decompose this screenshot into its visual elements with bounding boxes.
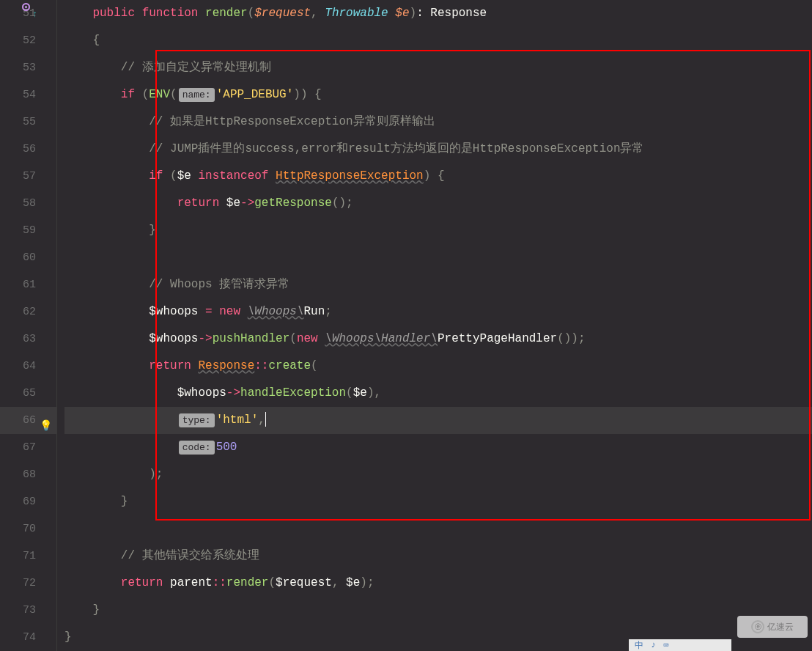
code-line[interactable]: // 其他错误交给系统处理 (64, 542, 812, 570)
text-cursor (265, 412, 266, 427)
nav-up-icon[interactable]: ↑ (32, 1, 37, 29)
line-number: 59 (0, 217, 56, 244)
watermark-text: 亿速云 (767, 621, 794, 633)
code-line[interactable]: if (ENV(name:'APP_DEBUG')) { (64, 81, 812, 108)
line-number: 66💡 (0, 407, 56, 434)
param-hint: code: (179, 441, 215, 455)
line-number: 52 (0, 27, 56, 54)
ime-icon: 中 (635, 639, 643, 652)
line-number: 65 (0, 380, 56, 407)
line-number: 73 (0, 597, 56, 624)
line-number: 72 (0, 570, 56, 597)
code-line[interactable]: return Response::create( (64, 353, 812, 380)
kw: function (142, 7, 199, 20)
ime-icon: ♪ (651, 640, 656, 650)
line-number: 67 (0, 434, 56, 461)
line-number: 68 (0, 461, 56, 488)
code-line[interactable]: $whoops = new \Whoops\Run; (64, 298, 812, 326)
ns: \Whoops\ (248, 305, 304, 318)
line-number: 53 (0, 54, 56, 81)
class-ref[interactable]: HttpResponseException (276, 169, 424, 183)
line-number: 55 (0, 108, 56, 136)
line-number: 57 (0, 163, 56, 190)
code-area[interactable]: public function render($request, Throwab… (57, 0, 812, 651)
code-line[interactable]: $whoops->pushHandler(new \Whoops\Handler… (64, 326, 812, 353)
line-number: 74 (0, 624, 56, 651)
code-line-active[interactable]: type:'html', (64, 407, 812, 434)
line-number: 54 (0, 81, 56, 108)
fn: render (205, 7, 248, 20)
line-number: 63 (0, 326, 56, 353)
code-line[interactable]: } (64, 217, 812, 244)
line-number: 51 ↑ (0, 0, 56, 27)
line-number: 60 (0, 244, 56, 271)
comment: // Whoops 接管请求异常 (149, 278, 289, 291)
code-line[interactable]: // Whoops 接管请求异常 (64, 271, 812, 298)
line-number: 58 (0, 190, 56, 217)
watermark-logo-icon: ⓔ (751, 620, 764, 633)
line-number: 56 (0, 136, 56, 163)
param: $request (254, 7, 311, 20)
code-line[interactable]: ); (64, 461, 812, 488)
comment: // 添加自定义异常处理机制 (121, 61, 271, 74)
code-line[interactable]: code:500 (64, 434, 812, 461)
code-line[interactable]: } (64, 488, 812, 515)
line-number: 61 (0, 271, 56, 298)
watermark: ⓔ 亿速云 (737, 616, 808, 638)
code-line[interactable]: // JUMP插件里的success,error和result方法均返回的是Ht… (64, 136, 812, 163)
gutter: 51 ↑ 52 53 54 55 56 57 58 59 60 61 62 63… (0, 0, 57, 651)
comment: // 其他错误交给系统处理 (121, 549, 259, 562)
code-line[interactable]: $whoops->handleException($e), (64, 380, 812, 407)
code-line[interactable]: return parent::render($request, $e); (64, 570, 812, 597)
code-line[interactable]: // 添加自定义异常处理机制 (64, 54, 812, 81)
code-line[interactable]: } (64, 597, 812, 624)
ns: \Whoops\Handler\ (325, 332, 438, 345)
override-marker-icon[interactable] (22, 3, 30, 11)
line-number: 64 (0, 353, 56, 380)
code-line[interactable]: // 如果是HttpResponseException异常则原样输出 (64, 108, 812, 136)
comment: // JUMP插件里的success,error和result方法均返回的是Ht… (149, 142, 643, 155)
line-number: 70 (0, 515, 56, 542)
code-line[interactable]: if ($e instanceof HttpResponseException)… (64, 163, 812, 190)
code-line[interactable]: { (64, 27, 812, 54)
comment: // 如果是HttpResponseException异常则原样输出 (149, 115, 435, 128)
type: Throwable (325, 7, 388, 20)
code-line[interactable] (64, 515, 812, 542)
code-line[interactable] (64, 244, 812, 271)
param: $e (395, 7, 409, 20)
line-number: 71 (0, 542, 56, 570)
line-number: 69 (0, 488, 56, 515)
ime-statusbar[interactable]: 中 ♪ ⌨ (629, 639, 731, 651)
line-number: 62 (0, 298, 56, 326)
ime-icon: ⌨ (663, 640, 668, 651)
class-ref[interactable]: Response (198, 359, 254, 372)
code-line[interactable]: public function render($request, Throwab… (64, 0, 812, 27)
kw: public (92, 7, 135, 20)
code-line[interactable]: return $e->getResponse(); (64, 190, 812, 217)
param-hint: name: (179, 88, 215, 102)
code-editor: 51 ↑ 52 53 54 55 56 57 58 59 60 61 62 63… (0, 0, 812, 651)
param-hint: type: (179, 413, 215, 427)
